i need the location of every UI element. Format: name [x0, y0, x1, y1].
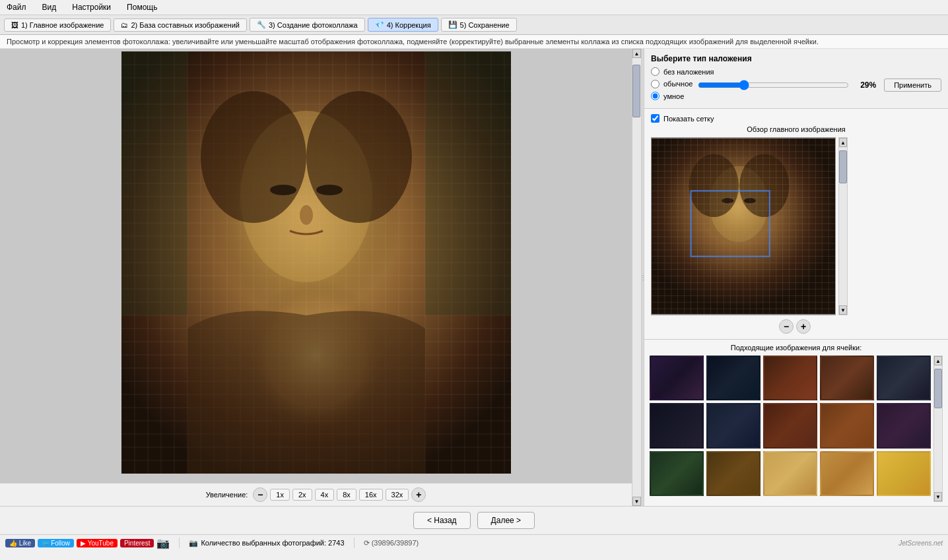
zoom-controls: Увеличение: − 1x 2x 4x 8x 16x 32x + — [0, 483, 632, 506]
menubar: Файл Вид Настройки Помощь — [0, 0, 948, 15]
suitable-vscroll[interactable]: ▲ ▼ — [933, 356, 943, 502]
step3-button[interactable]: 🔧 3) Создание фотоколлажа — [250, 18, 365, 32]
step2-icon: 🗂 — [121, 21, 128, 29]
zoom-1x-button[interactable]: 1x — [270, 489, 290, 501]
menu-settings[interactable]: Настройки — [68, 1, 115, 13]
toolbar: 🖼 1) Главное изображение 🗂 2) База соста… — [0, 15, 948, 35]
menu-view[interactable]: Вид — [38, 1, 61, 13]
svg-point-75 — [739, 154, 789, 217]
back-button[interactable]: < Назад — [413, 512, 471, 529]
zoom-16x-button[interactable]: 16x — [359, 489, 383, 501]
preview-title: Обзор главного изображения — [651, 125, 941, 133]
suitable-img-13[interactable] — [763, 451, 817, 496]
preview-zoom-buttons: − + — [651, 319, 941, 334]
overlay-percent: 29% — [853, 80, 876, 90]
progress-info: ⟳ (39896/39897) — [364, 539, 419, 547]
step5-button[interactable]: 💾 5) Сохранение — [441, 18, 517, 32]
suitable-img-8[interactable] — [763, 403, 817, 448]
left-scroll-thumb[interactable] — [632, 65, 640, 117]
svg-point-67 — [316, 185, 343, 195]
suitable-title: Подходящие изображения для ячейки: — [650, 344, 943, 352]
menu-file[interactable]: Файл — [3, 1, 30, 13]
step3-icon: 🔧 — [257, 20, 266, 29]
overlay-slider[interactable] — [698, 79, 849, 91]
zoom-plus-button[interactable]: + — [411, 487, 426, 502]
zoom-minus-button[interactable]: − — [253, 487, 267, 502]
suitable-scroll-up-button[interactable]: ▲ — [934, 356, 942, 365]
step4-icon: 💎 — [375, 20, 384, 29]
svg-rect-70 — [425, 51, 511, 315]
svg-point-65 — [306, 91, 412, 223]
infobar: Просмотр и коррекция элементов фотоколла… — [0, 35, 948, 49]
suitable-img-1[interactable] — [650, 356, 704, 400]
overlay-smart-radio[interactable] — [651, 92, 660, 100]
suitable-img-5[interactable] — [877, 356, 931, 400]
suitable-img-10[interactable] — [877, 403, 931, 448]
suitable-img-3[interactable] — [763, 356, 817, 400]
svg-point-76 — [722, 198, 733, 203]
suitable-img-7[interactable] — [706, 403, 761, 448]
photo-count-icon: 📷 — [189, 539, 198, 547]
youtube-label: YouTube — [88, 540, 114, 547]
preview-vscroll[interactable]: ▲ ▼ — [838, 137, 848, 315]
preview-scroll-thumb-area — [839, 147, 847, 305]
infobar-text: Просмотр и коррекция элементов фотоколла… — [7, 38, 819, 46]
preview-zoom-plus-button[interactable]: + — [796, 319, 811, 334]
left-scroll-down-button[interactable]: ▼ — [632, 497, 641, 506]
step4-button[interactable]: 💎 4) Коррекция — [368, 18, 438, 32]
left-panel-vscroll[interactable]: ▲ ▼ — [632, 49, 641, 506]
zoom-4x-button[interactable]: 4x — [315, 489, 335, 501]
step5-label: 5) Сохранение — [460, 21, 510, 29]
zoom-label: Увеличение: — [206, 491, 248, 499]
suitable-img-2[interactable] — [706, 356, 761, 400]
step2-button[interactable]: 🗂 2) База составных изображений — [114, 18, 246, 32]
show-grid-checkbox[interactable] — [651, 114, 660, 123]
like-text: Like — [19, 540, 31, 547]
apply-button[interactable]: Применить — [884, 78, 941, 92]
suitable-scroll-thumb[interactable] — [934, 369, 942, 408]
mosaic-container[interactable] — [0, 49, 632, 483]
svg-point-74 — [689, 154, 739, 217]
preview-scroll-thumb[interactable] — [839, 150, 847, 183]
preview-image[interactable] — [651, 137, 836, 315]
preview-scroll-down-button[interactable]: ▼ — [839, 305, 847, 315]
zoom-2x-button[interactable]: 2x — [292, 489, 312, 501]
suitable-scroll-inner — [934, 365, 942, 492]
progress-icon: ⟳ — [364, 539, 370, 547]
suitable-img-15[interactable] — [877, 451, 931, 496]
status-divider2 — [354, 538, 355, 548]
suitable-img-14[interactable] — [820, 451, 874, 496]
suitable-img-4[interactable] — [820, 356, 874, 400]
suitable-img-11[interactable] — [650, 451, 704, 496]
suitable-img-9[interactable] — [820, 403, 874, 448]
step2-label: 2) База составных изображений — [131, 21, 239, 29]
step1-button[interactable]: 🖼 1) Главное изображение — [4, 18, 111, 32]
facebook-like-button[interactable]: 👍 Like — [5, 539, 35, 547]
overlay-normal-radio[interactable] — [651, 80, 660, 88]
twitter-icon: 🐦 — [42, 540, 50, 547]
step4-label: 4) Коррекция — [387, 21, 431, 29]
zoom-8x-button[interactable]: 8x — [337, 489, 356, 501]
left-scroll-up-button[interactable]: ▲ — [632, 49, 641, 58]
instagram-icon[interactable]: 📷 — [156, 537, 170, 549]
suitable-img-6[interactable] — [650, 403, 704, 448]
step1-label: 1) Главное изображение — [21, 21, 104, 29]
pinterest-label: Pinterest — [124, 540, 150, 547]
zoom-32x-button[interactable]: 32x — [386, 489, 409, 501]
step3-label: 3) Создание фотоколлажа — [269, 21, 358, 29]
preview-svg — [652, 138, 835, 315]
preview-scroll-up-button[interactable]: ▲ — [839, 138, 847, 147]
preview-zoom-minus-button[interactable]: − — [779, 319, 794, 334]
overlay-none-radio[interactable] — [651, 67, 660, 76]
suitable-img-12[interactable] — [706, 451, 761, 496]
show-grid-label: Показать сетку — [663, 115, 714, 123]
show-grid-row: Показать сетку — [651, 114, 941, 123]
pinterest-button[interactable]: Pinterest — [120, 539, 154, 547]
preview-area-container: ▲ ▼ — [651, 137, 941, 315]
youtube-button[interactable]: ▶ YouTube — [77, 539, 118, 547]
next-button[interactable]: Далее > — [477, 512, 535, 529]
twitter-follow-button[interactable]: 🐦 Follow — [38, 539, 74, 547]
menu-help[interactable]: Помощь — [123, 1, 161, 13]
overlay-none-label: без наложения — [663, 68, 714, 76]
suitable-scroll-down-button[interactable]: ▼ — [934, 492, 942, 501]
